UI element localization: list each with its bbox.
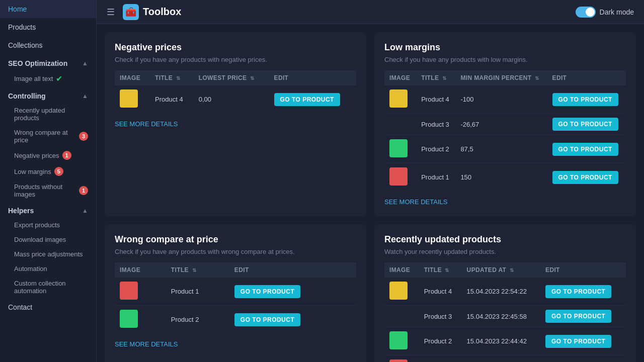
sidebar-item-home[interactable]: Home <box>0 0 96 18</box>
go-to-product-button[interactable]: GO TO PRODUCT <box>274 93 340 106</box>
cell-edit-lm: GO TO PRODUCT <box>547 114 626 135</box>
cell-edit-lm: GO TO PRODUCT <box>547 135 626 163</box>
table-row: Product 2 15.04.2023 22:44:42 GO TO PROD… <box>384 327 626 355</box>
wrong-compare-title: Wrong compare at price <box>115 234 356 245</box>
sort-icon-price-np: ⇅ <box>250 75 254 81</box>
cell-title-lm: Product 3 <box>416 114 455 135</box>
go-to-product-button[interactable]: GO TO PRODUCT <box>552 171 618 184</box>
cell-price-np: 0,00 <box>194 85 269 113</box>
low-margins-label: Low margins <box>14 168 51 175</box>
sort-icon-title-wc: ⇅ <box>192 267 196 273</box>
sidebar-sub-download-images[interactable]: Download images <box>0 232 96 247</box>
cell-title-lm: Product 2 <box>416 135 455 163</box>
recently-updated-subtitle: Watch your recently updated products. <box>384 248 626 255</box>
table-row: Product 2 GO TO PRODUCT <box>115 306 356 334</box>
th-image-np: IMAGE <box>115 70 150 85</box>
go-to-product-button[interactable]: GO TO PRODUCT <box>552 93 618 106</box>
go-to-product-button[interactable]: GO TO PRODUCT <box>234 313 300 326</box>
table-row: Product 1 150 GO TO PRODUCT <box>384 163 626 192</box>
cell-edit-lm: GO TO PRODUCT <box>547 163 626 192</box>
cell-image-ru <box>384 327 419 355</box>
low-margins-subtitle: Check if you have any products with low … <box>384 56 626 63</box>
low-margins-table: IMAGE TITLE ⇅ MIN MARGIN PERCENT ⇅ EDIT … <box>384 70 626 191</box>
th-edit-wc: EDIT <box>229 262 356 278</box>
chevron-up-icon: ▲ <box>82 60 88 67</box>
sidebar-section-controlling[interactable]: Controlling ▲ <box>0 87 96 103</box>
image-alt-label: Image all text <box>14 75 53 82</box>
cell-title-lm: Product 4 <box>416 85 455 114</box>
th-title-np: TITLE ⇅ <box>150 70 194 85</box>
dark-mode-switch[interactable] <box>576 7 596 18</box>
sidebar-sub-low-margins[interactable]: Low margins 5 <box>0 163 96 179</box>
wrong-compare-label: Wrong compare at price <box>14 129 76 144</box>
hamburger-icon[interactable]: ☰ <box>107 7 115 18</box>
sidebar-section-helpers[interactable]: Helpers ▲ <box>0 202 96 218</box>
badge-negative-prices: 1 <box>62 151 71 160</box>
cell-updated-ru: 15.04.2023 22:45:58 <box>462 306 540 327</box>
cell-edit-wc: GO TO PRODUCT <box>229 306 356 334</box>
sidebar-section-seo[interactable]: SEO Optimization ▲ <box>0 54 96 70</box>
cell-title-ru: Product 3 <box>419 306 462 327</box>
table-row: Product 3 15.04.2023 22:45:58 GO TO PROD… <box>384 306 626 327</box>
wrong-compare-table: IMAGE TITLE ⇅ EDIT Product 1 GO TO PRODU… <box>115 262 356 333</box>
negative-prices-subtitle: Check if you have any products with nega… <box>115 56 356 63</box>
th-edit-lm: EDIT <box>547 70 626 85</box>
badge-products-without-images: 1 <box>79 186 88 195</box>
low-margins-card: Low margins Check if you have any produc… <box>374 32 636 216</box>
th-title-ru: TITLE ⇅ <box>419 262 462 278</box>
cell-title-ru: Product 1 <box>419 355 462 363</box>
cell-image-lm <box>384 85 416 114</box>
sort-icon-updated-ru: ⇅ <box>510 267 514 273</box>
go-to-product-button[interactable]: GO TO PRODUCT <box>545 310 611 323</box>
sidebar-sub-export-products[interactable]: Export products <box>0 218 96 232</box>
sidebar-item-contact[interactable]: Contact <box>0 298 96 316</box>
sidebar-sub-recently-updated[interactable]: Recently updated products <box>0 103 96 125</box>
wrong-compare-see-more[interactable]: SEE MORE DETAILS <box>115 340 178 348</box>
cell-image-lm <box>384 163 416 192</box>
th-edit-np: EDIT <box>269 70 356 85</box>
go-to-product-button[interactable]: GO TO PRODUCT <box>234 285 300 298</box>
sidebar-sub-products-without-images[interactable]: Products without images 1 <box>0 179 96 202</box>
sidebar-item-products[interactable]: Products <box>0 18 96 36</box>
negative-prices-table: IMAGE TITLE ⇅ LOWEST PRICE ⇅ EDIT Produc… <box>115 70 356 113</box>
dark-mode-toggle[interactable]: Dark mode <box>576 7 634 18</box>
wrong-compare-card: Wrong compare at price Check if you have… <box>105 224 366 362</box>
table-row: Product 4 -100 GO TO PRODUCT <box>384 85 626 114</box>
table-row: Product 1 15.04.2023 22:44:35 GO TO PROD… <box>384 355 626 363</box>
contact-label: Contact <box>8 303 32 311</box>
sidebar-sub-custom-collection[interactable]: Custom collection automation <box>0 276 96 298</box>
seo-section-label: SEO Optimization <box>8 59 67 67</box>
sidebar-sub-image-alt[interactable]: Image all text ✔ <box>0 70 96 87</box>
cell-image-wc <box>115 278 166 306</box>
cell-edit-ru: GO TO PRODUCT <box>540 306 626 327</box>
app-title: Toolbox <box>143 6 181 18</box>
go-to-product-button[interactable]: GO TO PRODUCT <box>545 285 611 298</box>
sidebar-sub-negative-prices[interactable]: Negative prices 1 <box>0 147 96 163</box>
sidebar-sub-automation[interactable]: Automation <box>0 261 96 276</box>
cell-title-np: Product 4 <box>150 85 194 113</box>
custom-collection-label: Custom collection automation <box>14 280 88 295</box>
cell-edit-lm: GO TO PRODUCT <box>547 85 626 114</box>
automation-label: Automation <box>14 265 47 273</box>
go-to-product-button[interactable]: GO TO PRODUCT <box>552 143 618 156</box>
products-without-images-label: Products without images <box>14 183 76 198</box>
negative-prices-see-more[interactable]: SEE MORE DETAILS <box>115 120 178 128</box>
cell-title-lm: Product 1 <box>416 163 455 192</box>
go-to-product-button[interactable]: GO TO PRODUCT <box>545 335 611 348</box>
chevron-up-icon-3: ▲ <box>82 207 88 214</box>
sidebar-sub-wrong-compare[interactable]: Wrong compare at price 3 <box>0 125 96 147</box>
chevron-up-icon-2: ▲ <box>82 93 88 100</box>
cell-title-ru: Product 4 <box>419 278 462 306</box>
low-margins-see-more[interactable]: SEE MORE DETAILS <box>384 198 447 206</box>
wrong-compare-subtitle: Check if you have any products with wron… <box>115 248 356 255</box>
recently-updated-card: Recently updated products Watch your rec… <box>374 224 636 362</box>
negative-prices-card: Negative prices Check if you have any pr… <box>105 32 366 216</box>
sidebar-item-collections[interactable]: Collections <box>0 36 96 54</box>
download-images-label: Download images <box>14 236 66 243</box>
cell-updated-ru: 15.04.2023 22:54:22 <box>462 278 540 306</box>
sidebar-sub-mass-price[interactable]: Mass price adjustments <box>0 247 96 261</box>
cell-edit-ru: GO TO PRODUCT <box>540 327 626 355</box>
check-icon: ✔ <box>56 74 62 83</box>
go-to-product-button[interactable]: GO TO PRODUCT <box>552 118 618 131</box>
products-label: Products <box>8 23 36 31</box>
